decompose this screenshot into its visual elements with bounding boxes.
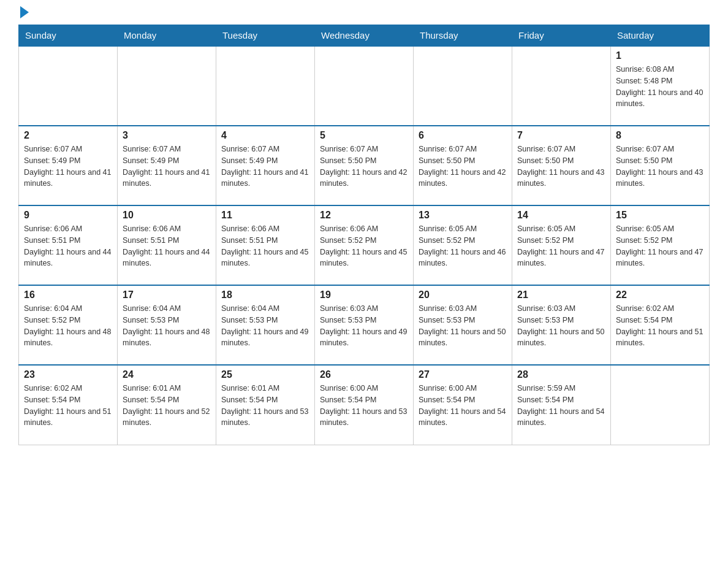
day-info: Sunrise: 6:00 AMSunset: 5:54 PMDaylight:… xyxy=(419,383,507,429)
calendar-cell: 8Sunrise: 6:07 AMSunset: 5:50 PMDaylight… xyxy=(611,126,710,205)
calendar-week-row: 16Sunrise: 6:04 AMSunset: 5:52 PMDayligh… xyxy=(19,285,710,365)
page-header xyxy=(18,12,710,18)
day-info: Sunrise: 5:59 AMSunset: 5:54 PMDaylight:… xyxy=(517,383,605,429)
calendar-cell xyxy=(414,46,512,126)
day-number: 5 xyxy=(320,130,408,141)
day-number: 15 xyxy=(616,210,704,221)
day-number: 17 xyxy=(123,289,211,301)
calendar-header-saturday: Saturday xyxy=(611,25,710,47)
calendar-header-friday: Friday xyxy=(512,25,611,47)
day-number: 16 xyxy=(24,289,112,301)
day-info: Sunrise: 6:07 AMSunset: 5:50 PMDaylight:… xyxy=(320,144,408,190)
day-info: Sunrise: 6:03 AMSunset: 5:53 PMDaylight:… xyxy=(419,303,507,349)
calendar-cell: 10Sunrise: 6:06 AMSunset: 5:51 PMDayligh… xyxy=(118,205,216,285)
calendar-week-row: 1Sunrise: 6:08 AMSunset: 5:48 PMDaylight… xyxy=(19,46,710,126)
day-info: Sunrise: 6:07 AMSunset: 5:50 PMDaylight:… xyxy=(616,144,704,190)
day-info: Sunrise: 6:07 AMSunset: 5:50 PMDaylight:… xyxy=(517,144,605,190)
calendar-cell: 16Sunrise: 6:04 AMSunset: 5:52 PMDayligh… xyxy=(19,285,118,365)
calendar-cell: 19Sunrise: 6:03 AMSunset: 5:53 PMDayligh… xyxy=(315,285,414,365)
day-number: 12 xyxy=(320,210,408,221)
calendar-header-wednesday: Wednesday xyxy=(315,25,414,47)
calendar-cell: 11Sunrise: 6:06 AMSunset: 5:51 PMDayligh… xyxy=(216,205,315,285)
calendar-cell: 9Sunrise: 6:06 AMSunset: 5:51 PMDaylight… xyxy=(19,205,118,285)
calendar-header-row: SundayMondayTuesdayWednesdayThursdayFrid… xyxy=(19,25,710,47)
day-info: Sunrise: 6:01 AMSunset: 5:54 PMDaylight:… xyxy=(123,383,211,429)
day-info: Sunrise: 6:06 AMSunset: 5:51 PMDaylight:… xyxy=(24,223,112,269)
day-number: 28 xyxy=(517,369,605,380)
calendar-cell xyxy=(315,46,414,126)
calendar-cell: 25Sunrise: 6:01 AMSunset: 5:54 PMDayligh… xyxy=(216,365,315,445)
day-info: Sunrise: 6:08 AMSunset: 5:48 PMDaylight:… xyxy=(616,64,704,110)
day-number: 26 xyxy=(320,369,408,380)
calendar-cell: 26Sunrise: 6:00 AMSunset: 5:54 PMDayligh… xyxy=(315,365,414,445)
calendar-cell: 2Sunrise: 6:07 AMSunset: 5:49 PMDaylight… xyxy=(19,126,118,205)
day-number: 3 xyxy=(123,130,211,141)
day-number: 18 xyxy=(221,289,309,301)
day-number: 25 xyxy=(221,369,309,380)
day-info: Sunrise: 6:07 AMSunset: 5:49 PMDaylight:… xyxy=(221,144,309,190)
calendar-cell: 1Sunrise: 6:08 AMSunset: 5:48 PMDaylight… xyxy=(611,46,710,126)
calendar-cell: 24Sunrise: 6:01 AMSunset: 5:54 PMDayligh… xyxy=(118,365,216,445)
calendar-cell: 22Sunrise: 6:02 AMSunset: 5:54 PMDayligh… xyxy=(611,285,710,365)
day-number: 20 xyxy=(419,289,507,301)
calendar-cell: 7Sunrise: 6:07 AMSunset: 5:50 PMDaylight… xyxy=(512,126,611,205)
calendar-cell: 23Sunrise: 6:02 AMSunset: 5:54 PMDayligh… xyxy=(19,365,118,445)
day-number: 2 xyxy=(24,130,112,141)
day-info: Sunrise: 6:00 AMSunset: 5:54 PMDaylight:… xyxy=(320,383,408,429)
day-info: Sunrise: 6:05 AMSunset: 5:52 PMDaylight:… xyxy=(616,223,704,269)
day-info: Sunrise: 6:04 AMSunset: 5:53 PMDaylight:… xyxy=(123,303,211,349)
calendar-cell: 28Sunrise: 5:59 AMSunset: 5:54 PMDayligh… xyxy=(512,365,611,445)
day-info: Sunrise: 6:03 AMSunset: 5:53 PMDaylight:… xyxy=(320,303,408,349)
day-info: Sunrise: 6:06 AMSunset: 5:51 PMDaylight:… xyxy=(123,223,211,269)
calendar-cell: 13Sunrise: 6:05 AMSunset: 5:52 PMDayligh… xyxy=(414,205,512,285)
day-info: Sunrise: 6:05 AMSunset: 5:52 PMDaylight:… xyxy=(517,223,605,269)
day-info: Sunrise: 6:07 AMSunset: 5:49 PMDaylight:… xyxy=(123,144,211,190)
day-number: 1 xyxy=(616,50,704,61)
day-number: 13 xyxy=(419,210,507,221)
calendar-cell: 14Sunrise: 6:05 AMSunset: 5:52 PMDayligh… xyxy=(512,205,611,285)
calendar-header-thursday: Thursday xyxy=(414,25,512,47)
day-number: 6 xyxy=(419,130,507,141)
day-info: Sunrise: 6:06 AMSunset: 5:51 PMDaylight:… xyxy=(221,223,309,269)
day-info: Sunrise: 6:04 AMSunset: 5:52 PMDaylight:… xyxy=(24,303,112,349)
calendar-cell xyxy=(19,46,118,126)
logo xyxy=(18,12,29,18)
calendar-cell: 3Sunrise: 6:07 AMSunset: 5:49 PMDaylight… xyxy=(118,126,216,205)
day-info: Sunrise: 6:07 AMSunset: 5:49 PMDaylight:… xyxy=(24,144,112,190)
day-info: Sunrise: 6:02 AMSunset: 5:54 PMDaylight:… xyxy=(616,303,704,349)
calendar-cell: 4Sunrise: 6:07 AMSunset: 5:49 PMDaylight… xyxy=(216,126,315,205)
calendar-cell: 17Sunrise: 6:04 AMSunset: 5:53 PMDayligh… xyxy=(118,285,216,365)
day-number: 4 xyxy=(221,130,309,141)
day-info: Sunrise: 6:05 AMSunset: 5:52 PMDaylight:… xyxy=(419,223,507,269)
calendar-cell xyxy=(611,365,710,445)
calendar-cell: 18Sunrise: 6:04 AMSunset: 5:53 PMDayligh… xyxy=(216,285,315,365)
calendar-header-sunday: Sunday xyxy=(19,25,118,47)
day-info: Sunrise: 6:04 AMSunset: 5:53 PMDaylight:… xyxy=(221,303,309,349)
day-number: 23 xyxy=(24,369,112,380)
day-number: 27 xyxy=(419,369,507,380)
calendar-cell xyxy=(118,46,216,126)
day-info: Sunrise: 6:03 AMSunset: 5:53 PMDaylight:… xyxy=(517,303,605,349)
calendar-cell: 12Sunrise: 6:06 AMSunset: 5:52 PMDayligh… xyxy=(315,205,414,285)
day-number: 21 xyxy=(517,289,605,301)
calendar-week-row: 23Sunrise: 6:02 AMSunset: 5:54 PMDayligh… xyxy=(19,365,710,445)
day-info: Sunrise: 6:01 AMSunset: 5:54 PMDaylight:… xyxy=(221,383,309,429)
day-info: Sunrise: 6:07 AMSunset: 5:50 PMDaylight:… xyxy=(419,144,507,190)
day-number: 19 xyxy=(320,289,408,301)
calendar-cell: 6Sunrise: 6:07 AMSunset: 5:50 PMDaylight… xyxy=(414,126,512,205)
day-number: 10 xyxy=(123,210,211,221)
day-number: 24 xyxy=(123,369,211,380)
calendar-cell: 5Sunrise: 6:07 AMSunset: 5:50 PMDaylight… xyxy=(315,126,414,205)
calendar-week-row: 9Sunrise: 6:06 AMSunset: 5:51 PMDaylight… xyxy=(19,205,710,285)
calendar-week-row: 2Sunrise: 6:07 AMSunset: 5:49 PMDaylight… xyxy=(19,126,710,205)
calendar-cell xyxy=(216,46,315,126)
day-number: 22 xyxy=(616,289,704,301)
day-info: Sunrise: 6:06 AMSunset: 5:52 PMDaylight:… xyxy=(320,223,408,269)
day-number: 7 xyxy=(517,130,605,141)
day-number: 8 xyxy=(616,130,704,141)
day-number: 11 xyxy=(221,210,309,221)
calendar-header-tuesday: Tuesday xyxy=(216,25,315,47)
calendar-cell xyxy=(512,46,611,126)
day-number: 14 xyxy=(517,210,605,221)
day-number: 9 xyxy=(24,210,112,221)
